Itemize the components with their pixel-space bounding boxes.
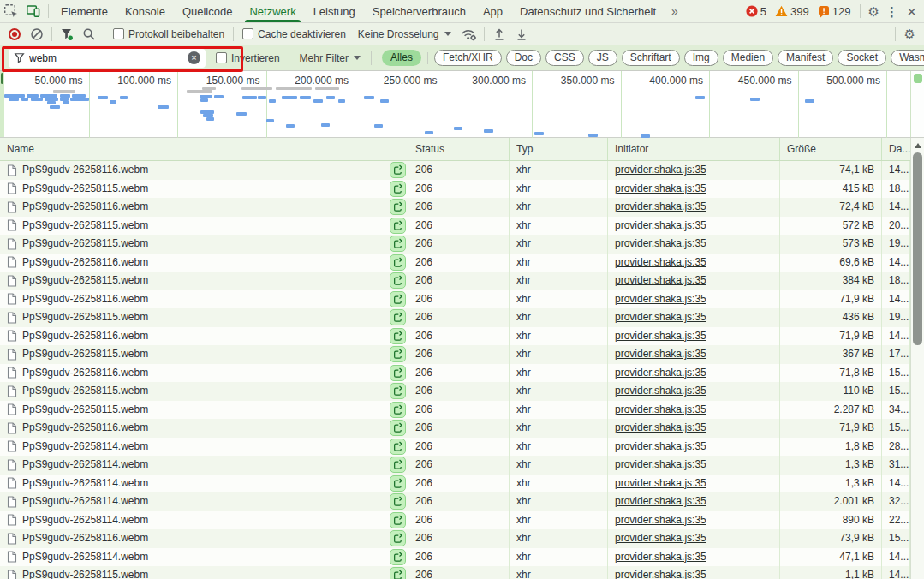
table-row[interactable]: PpS9gudv-26258115.webm 206 xhr provider.… [0, 382, 924, 401]
tab-leistung[interactable]: Leistung [305, 0, 364, 22]
chip-medien[interactable]: Medien [723, 50, 773, 66]
table-row[interactable]: PpS9gudv-26258116.webm 206 xhr provider.… [0, 290, 924, 309]
chip-schriftart[interactable]: Schriftart [622, 50, 680, 66]
tab-speicherverbrauch[interactable]: Speicherverbrauch [364, 0, 474, 22]
more-tabs-button[interactable]: » [665, 4, 685, 18]
console-errors-badge[interactable]: 5 [743, 5, 769, 18]
initiator-link[interactable]: provider.shaka.js:35 [615, 256, 706, 268]
filter-funnel-icon[interactable] [56, 24, 78, 45]
chip-manifest[interactable]: Manifest [778, 50, 833, 66]
checkbox-box[interactable] [113, 28, 124, 39]
kebab-menu-icon[interactable]: ⋮ [883, 5, 901, 18]
clear-network-log-icon[interactable] [26, 24, 48, 45]
disable-cache-checkbox[interactable]: Cache deaktivieren [242, 28, 346, 40]
initiator-link[interactable]: provider.shaka.js:35 [615, 495, 706, 507]
table-row[interactable]: PpS9gudv-26258114.webm 206 xhr provider.… [0, 511, 924, 530]
table-row[interactable]: PpS9gudv-26258114.webm 206 xhr provider.… [0, 475, 924, 493]
initiator-link[interactable]: provider.shaka.js:35 [615, 532, 706, 544]
tab-quellcode[interactable]: Quellcode [174, 0, 241, 22]
scrollbar-thumb[interactable] [913, 152, 922, 345]
table-row[interactable]: PpS9gudv-26258115.webm 206 xhr provider.… [0, 308, 924, 327]
chip-fetch-xhr[interactable]: Fetch/XHR [434, 50, 502, 66]
device-toolbar-icon[interactable] [22, 1, 45, 21]
filter-input[interactable]: × [9, 49, 206, 68]
column-header-status[interactable]: Status [408, 138, 510, 160]
table-row[interactable]: PpS9gudv-26258116.webm 206 xhr provider.… [0, 327, 924, 346]
preserve-log-checkbox[interactable]: Protokoll beibehalten [113, 28, 224, 40]
initiator-link[interactable]: provider.shaka.js:35 [615, 348, 706, 360]
inspect-element-icon[interactable] [0, 1, 22, 21]
invert-filter-checkbox[interactable]: Invertieren [216, 52, 280, 64]
chip-css[interactable]: CSS [545, 50, 584, 66]
initiator-link[interactable]: provider.shaka.js:35 [615, 385, 706, 397]
filter-text-input[interactable] [29, 52, 184, 64]
table-row[interactable]: PpS9gudv-26258116.webm 206 xhr provider.… [0, 364, 924, 383]
initiator-link[interactable]: provider.shaka.js:35 [615, 551, 706, 563]
table-row[interactable]: PpS9gudv-26258115.webm 206 xhr provider.… [0, 345, 924, 364]
throttling-select[interactable]: Keine Drosselung [358, 28, 451, 40]
initiator-link[interactable]: provider.shaka.js:35 [615, 182, 706, 194]
checkbox-box[interactable] [216, 52, 227, 63]
checkbox-box[interactable] [242, 28, 253, 39]
column-header-initiator[interactable]: Initiator [608, 138, 780, 160]
initiator-link[interactable]: provider.shaka.js:35 [615, 293, 706, 305]
column-header-groesse[interactable]: Größe [780, 138, 882, 160]
initiator-link[interactable]: provider.shaka.js:35 [615, 237, 706, 249]
table-row[interactable]: PpS9gudv-26258114.webm 206 xhr provider.… [0, 492, 924, 511]
table-row[interactable]: PpS9gudv-26258116.webm 206 xhr provider.… [0, 419, 924, 438]
close-devtools-icon[interactable]: × [904, 3, 919, 20]
chip-wasm[interactable]: Wasm [891, 50, 924, 66]
table-row[interactable]: PpS9gudv-26258116.webm 206 xhr provider.… [0, 529, 924, 548]
column-header-dauer[interactable]: Da... [882, 138, 910, 160]
console-warnings-badge[interactable]: 399 [772, 5, 812, 18]
table-row[interactable]: PpS9gudv-26258116.webm 206 xhr provider.… [0, 161, 924, 180]
initiator-link[interactable]: provider.shaka.js:35 [615, 440, 706, 452]
import-har-icon[interactable] [488, 24, 510, 45]
table-row[interactable]: PpS9gudv-26258115.webm 206 xhr provider.… [0, 401, 924, 420]
initiator-link[interactable]: provider.shaka.js:35 [615, 164, 706, 176]
initiator-link[interactable]: provider.shaka.js:35 [615, 458, 706, 470]
tab-elemente[interactable]: Elemente [52, 0, 116, 22]
initiator-link[interactable]: provider.shaka.js:35 [615, 367, 706, 379]
scroll-up-arrow-icon[interactable] [915, 143, 921, 148]
initiator-link[interactable]: provider.shaka.js:35 [615, 219, 706, 231]
issues-badge[interactable]: 129 [815, 5, 854, 18]
timeline-overview[interactable]: 50.000 ms100.000 ms150.000 ms200.000 ms2… [0, 71, 924, 138]
initiator-link[interactable]: provider.shaka.js:35 [615, 200, 706, 212]
search-icon[interactable] [78, 24, 100, 45]
table-row[interactable]: PpS9gudv-26258115.webm 206 xhr provider.… [0, 272, 924, 290]
clear-filter-icon[interactable]: × [188, 51, 200, 64]
initiator-link[interactable]: provider.shaka.js:35 [615, 403, 706, 415]
chip-socket[interactable]: Socket [838, 50, 886, 66]
chip-doc[interactable]: Doc [506, 50, 541, 66]
chip-img[interactable]: Img [684, 50, 718, 66]
initiator-link[interactable]: provider.shaka.js:35 [615, 477, 706, 489]
more-filters-dropdown[interactable]: Mehr Filter [300, 52, 361, 64]
initiator-link[interactable]: provider.shaka.js:35 [615, 311, 706, 323]
network-settings-gear-icon[interactable]: ⚙ [904, 27, 915, 40]
table-row[interactable]: PpS9gudv-26258115.webm 206 xhr provider.… [0, 235, 924, 254]
initiator-link[interactable]: provider.shaka.js:35 [615, 330, 706, 342]
tab-netzwerk[interactable]: Netzwerk [241, 0, 304, 22]
initiator-link[interactable]: provider.shaka.js:35 [615, 514, 706, 526]
record-network-log-button[interactable] [9, 28, 21, 40]
table-row[interactable]: PpS9gudv-26258115.webm 206 xhr provider.… [0, 217, 924, 236]
timeline-left-handle[interactable] [0, 71, 4, 137]
tab-app[interactable]: App [474, 0, 511, 22]
table-row[interactable]: PpS9gudv-26258114.webm 206 xhr provider.… [0, 456, 924, 475]
tab-konsole[interactable]: Konsole [116, 0, 174, 22]
table-row[interactable]: PpS9gudv-26258116.webm 206 xhr provider.… [0, 198, 924, 217]
chip-js[interactable]: JS [588, 50, 617, 66]
initiator-link[interactable]: provider.shaka.js:35 [615, 274, 706, 286]
export-har-icon[interactable] [510, 24, 533, 45]
settings-gear-icon[interactable]: ⚙ [867, 5, 879, 18]
table-row[interactable]: PpS9gudv-26258114.webm 206 xhr provider.… [0, 438, 924, 457]
initiator-link[interactable]: provider.shaka.js:35 [615, 569, 706, 579]
column-header-typ[interactable]: Typ [510, 138, 608, 160]
tab-datenschutz-und-sicherheit[interactable]: Datenschutz und Sicherheit [511, 0, 665, 22]
chip-alles[interactable]: Alles [382, 50, 421, 66]
table-row[interactable]: PpS9gudv-26258114.webm 206 xhr provider.… [0, 548, 924, 567]
table-row[interactable]: PpS9gudv-26258115.webm 206 xhr provider.… [0, 180, 924, 199]
timeline-canvas[interactable]: 50.000 ms100.000 ms150.000 ms200.000 ms2… [0, 71, 910, 138]
table-row[interactable]: PpS9gudv-26258115.webm 206 xhr provider.… [0, 566, 924, 579]
